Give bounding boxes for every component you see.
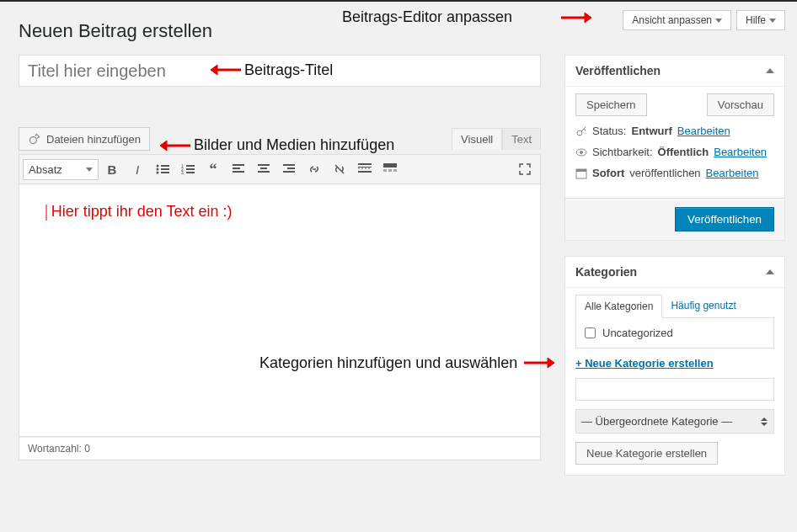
svg-rect-20 <box>287 168 295 169</box>
visibility-label: Sichtbarkeit: <box>592 146 653 158</box>
svg-marker-41 <box>548 358 554 368</box>
svg-rect-12 <box>186 172 195 173</box>
format-select[interactable]: Absatz <box>23 159 99 180</box>
svg-marker-37 <box>211 65 217 75</box>
svg-rect-6 <box>161 172 169 173</box>
svg-rect-33 <box>576 169 586 172</box>
categories-box-title: Kategorien <box>575 265 637 279</box>
svg-point-31 <box>580 151 583 154</box>
align-right-button[interactable] <box>277 158 301 180</box>
svg-rect-21 <box>283 171 295 173</box>
svg-rect-14 <box>233 168 240 169</box>
publish-box-header[interactable]: Veröffentlichen <box>565 56 784 87</box>
align-left-button[interactable] <box>227 158 250 180</box>
bullet-list-button[interactable] <box>151 158 174 180</box>
calendar-icon <box>575 168 587 179</box>
svg-rect-25 <box>383 163 397 168</box>
svg-rect-26 <box>383 169 387 172</box>
svg-rect-24 <box>358 171 372 173</box>
status-label: Status: <box>592 125 626 137</box>
hilfe-button[interactable]: Hilfe <box>736 10 785 30</box>
parent-category-label: — Übergeordnete Kategorie — <box>581 415 732 428</box>
visibility-value: Öffentlich <box>658 146 709 158</box>
svg-rect-17 <box>260 168 267 169</box>
edit-schedule-link[interactable]: Bearbeiten <box>706 167 759 179</box>
category-item[interactable]: Uncategorized <box>585 327 765 339</box>
eye-icon <box>575 146 587 158</box>
svg-rect-19 <box>283 164 295 166</box>
add-category-link[interactable]: + Neue Kategorie erstellen <box>575 357 714 370</box>
align-center-button[interactable] <box>252 158 275 180</box>
svg-point-3 <box>157 168 159 171</box>
tab-text[interactable]: Text <box>502 128 541 150</box>
svg-rect-4 <box>161 168 169 170</box>
editor-content[interactable]: | Hier tippt ihr den Text ein :) <box>19 184 541 437</box>
edit-status-link[interactable]: Bearbeiten <box>677 125 730 137</box>
publish-box-title: Veröffentlichen <box>575 64 661 77</box>
svg-text:3: 3 <box>181 170 184 175</box>
blockquote-button[interactable]: “ <box>201 158 225 180</box>
italic-button[interactable]: I <box>126 158 149 180</box>
new-category-input[interactable] <box>575 378 774 401</box>
chevron-down-icon <box>86 168 93 172</box>
editor-toolbar: Absatz B I 123 “ <box>19 154 541 184</box>
editor-sample-text: Hier tippt ihr den Text ein :) <box>51 203 233 220</box>
status-value: Entwurf <box>631 125 671 137</box>
svg-rect-13 <box>233 164 244 166</box>
svg-rect-28 <box>393 169 397 172</box>
svg-marker-35 <box>585 13 591 23</box>
tab-visual[interactable]: Visuell <box>452 128 502 150</box>
collapse-icon <box>766 269 774 274</box>
svg-rect-22 <box>358 163 372 165</box>
svg-point-5 <box>157 172 159 174</box>
select-arrows-icon <box>760 418 768 426</box>
fullscreen-button[interactable] <box>513 158 537 180</box>
key-icon <box>575 125 587 137</box>
bold-button[interactable]: B <box>100 158 124 180</box>
svg-rect-23 <box>358 167 372 168</box>
word-count: Wortanzahl: 0 <box>19 437 541 460</box>
schedule-prefix: Sofort <box>592 167 624 179</box>
create-category-button[interactable]: Neue Kategorie erstellen <box>575 442 718 465</box>
cat-tab-all[interactable]: Alle Kategorien <box>575 295 662 318</box>
svg-rect-27 <box>388 169 392 172</box>
svg-marker-39 <box>160 141 167 151</box>
publish-button[interactable]: Veröffentlichen <box>675 207 774 231</box>
readmore-button[interactable] <box>353 158 377 180</box>
collapse-icon <box>766 68 774 73</box>
cat-tab-frequent[interactable]: Häufig genutzt <box>662 295 744 317</box>
add-media-button[interactable]: Dateien hinzufügen <box>19 127 150 151</box>
chevron-down-icon <box>715 19 722 23</box>
categories-box: Kategorien Alle Kategorien Häufig genutz… <box>564 256 785 476</box>
svg-rect-15 <box>233 171 244 173</box>
title-input[interactable] <box>19 55 541 87</box>
annotation-editor-anpassen: Beitrags-Editor anpassen <box>342 8 512 26</box>
numbered-list-button[interactable]: 123 <box>176 158 200 180</box>
svg-rect-18 <box>258 171 270 173</box>
hilfe-label: Hilfe <box>746 14 766 26</box>
save-draft-button[interactable]: Speichern <box>575 93 647 116</box>
svg-rect-8 <box>186 165 195 167</box>
schedule-suffix: veröffentlichen <box>629 167 700 179</box>
ansicht-label: Ansicht anpassen <box>632 14 712 26</box>
parent-category-select[interactable]: — Übergeordnete Kategorie — <box>575 409 774 434</box>
svg-rect-16 <box>258 164 270 166</box>
svg-rect-2 <box>161 165 169 167</box>
format-label: Absatz <box>29 163 62 176</box>
add-media-label: Dateien hinzufügen <box>46 133 141 146</box>
toolbar-toggle-button[interactable] <box>378 158 402 180</box>
svg-point-0 <box>29 137 36 144</box>
link-button[interactable] <box>302 158 326 180</box>
unlink-button[interactable] <box>328 158 351 180</box>
media-icon <box>28 132 41 146</box>
category-checkbox[interactable] <box>585 327 596 338</box>
edit-visibility-link[interactable]: Bearbeiten <box>714 146 767 158</box>
svg-rect-10 <box>186 168 195 170</box>
page-title: Neuen Beitrag erstellen <box>19 20 212 42</box>
category-label: Uncategorized <box>602 327 673 339</box>
categories-box-header[interactable]: Kategorien <box>565 257 784 288</box>
publish-box: Veröffentlichen Speichern Vorschau Statu… <box>564 55 785 241</box>
ansicht-anpassen-button[interactable]: Ansicht anpassen <box>623 10 731 30</box>
svg-point-1 <box>157 165 159 168</box>
preview-button[interactable]: Vorschau <box>707 93 774 116</box>
